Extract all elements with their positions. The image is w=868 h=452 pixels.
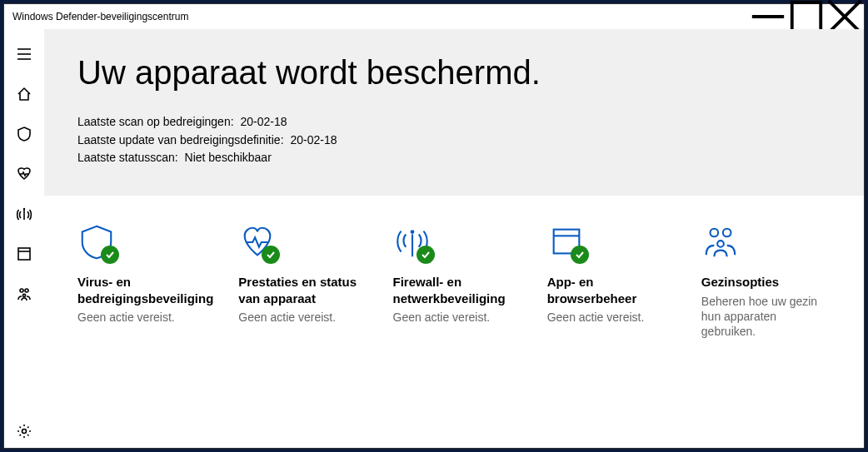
title-bar: Windows Defender-beveiligingscentrum <box>4 4 864 29</box>
card-icon-wrap <box>701 217 831 267</box>
nav-home[interactable] <box>4 77 44 111</box>
main-content: Uw apparaat wordt beschermd. Laatste sca… <box>44 29 864 448</box>
status-lines: Laatste scan op bedreigingen: 20-02-18 L… <box>77 113 831 167</box>
family-icon <box>701 223 740 261</box>
card-subtitle: Geen actie vereist. <box>393 310 522 325</box>
nav-virus-protection[interactable] <box>4 117 44 151</box>
card-title: Firewall- en netwerkbeveiliging <box>393 274 522 306</box>
card-icon-wrap <box>393 217 522 267</box>
app-window: Windows Defender-beveiligingscentrum <box>3 3 865 449</box>
cards-row: Virus- en bedreigingsbeveiliging Geen ac… <box>44 196 864 448</box>
card-title: App- en browserbeheer <box>547 274 676 306</box>
svg-point-19 <box>710 229 718 237</box>
status-ok-badge <box>571 246 589 264</box>
close-button[interactable] <box>826 4 864 29</box>
check-icon <box>105 250 115 260</box>
status-ok-badge <box>262 246 280 264</box>
card-icon-wrap <box>238 217 367 267</box>
status-ok-badge <box>417 246 435 264</box>
check-icon <box>266 250 276 260</box>
nav-family-options[interactable] <box>4 277 44 310</box>
svg-point-12 <box>25 289 28 292</box>
status-last-update: Laatste update van bedreigingsdefinitie:… <box>77 132 831 150</box>
status-value: 20-02-18 <box>290 133 337 147</box>
check-icon <box>421 250 431 260</box>
maximize-button[interactable] <box>787 4 826 29</box>
svg-point-20 <box>723 229 731 237</box>
card-title: Prestaties en status van apparaat <box>238 274 367 306</box>
card-subtitle: Geen actie vereist. <box>238 310 367 325</box>
status-label: Laatste scan op bedreigingen: <box>77 115 234 128</box>
status-health-scan: Laatste statusscan: Niet beschikbaar <box>77 149 831 167</box>
svg-point-21 <box>717 241 724 247</box>
hamburger-menu-button[interactable] <box>4 37 44 71</box>
check-icon <box>575 250 585 260</box>
svg-point-16 <box>410 230 414 234</box>
page-title: Uw apparaat wordt beschermd. <box>77 54 831 92</box>
card-virus-protection[interactable]: Virus- en bedreigingsbeveiliging Geen ac… <box>77 217 213 426</box>
svg-point-11 <box>20 289 23 292</box>
svg-rect-1 <box>792 2 821 32</box>
card-app-browser[interactable]: App- en browserbeheer Geen actie vereist… <box>547 217 676 426</box>
card-subtitle: Geen actie vereist. <box>547 310 676 325</box>
nav-settings[interactable] <box>4 415 44 448</box>
svg-rect-9 <box>18 248 30 260</box>
status-last-scan: Laatste scan op bedreigingen: 20-02-18 <box>77 113 831 132</box>
app-body: Uw apparaat wordt beschermd. Laatste sca… <box>4 29 864 448</box>
status-label: Laatste statusscan: <box>77 151 178 164</box>
card-icon-wrap <box>77 217 213 267</box>
status-label: Laatste update van bedreigingsdefinitie: <box>77 133 284 147</box>
card-title: Gezinsopties <box>701 274 831 291</box>
minimize-button[interactable] <box>749 4 787 29</box>
card-firewall[interactable]: Firewall- en netwerkbeveiliging Geen act… <box>393 217 522 426</box>
card-family-options[interactable]: Gezinsopties Beheren hoe uw gezin hun ap… <box>701 217 831 426</box>
nav-device-performance[interactable] <box>4 157 44 191</box>
card-title: Virus- en bedreigingsbeveiliging <box>77 274 213 306</box>
nav-firewall[interactable] <box>4 197 44 231</box>
status-value: 20-02-18 <box>240 115 287 128</box>
svg-point-8 <box>23 208 25 210</box>
svg-point-13 <box>22 294 25 296</box>
window-controls <box>749 4 864 29</box>
nav-app-browser[interactable] <box>4 237 44 271</box>
status-value: Niet beschikbaar <box>185 151 272 164</box>
card-icon-wrap <box>547 217 676 267</box>
svg-point-14 <box>22 430 27 434</box>
card-subtitle: Geen actie vereist. <box>77 310 213 325</box>
status-ok-badge <box>101 246 119 264</box>
window-title: Windows Defender-beveiligingscentrum <box>12 11 749 22</box>
card-device-performance[interactable]: Prestaties en status van apparaat Geen a… <box>238 217 367 426</box>
hero-panel: Uw apparaat wordt beschermd. Laatste sca… <box>44 29 864 196</box>
sidebar <box>4 29 44 448</box>
card-subtitle: Beheren hoe uw gezin hun apparaten gebru… <box>701 294 831 340</box>
